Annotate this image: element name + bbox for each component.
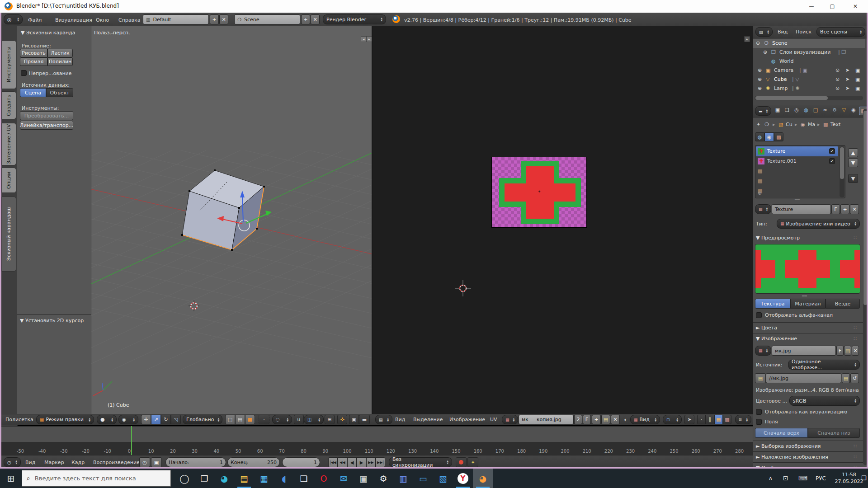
panel-drag-dots-icon[interactable]: ∷ <box>854 336 857 342</box>
shelf-tab-options[interactable]: Опции <box>1 168 16 193</box>
properties-type-selector[interactable]: ▬ <box>755 106 771 116</box>
timeline-menu-playback[interactable]: Воспроизведение <box>93 460 140 465</box>
outliner-row-scene[interactable]: ⊖ ❍ Scene <box>753 39 865 48</box>
layout-delete-button[interactable]: ✕ <box>219 14 228 24</box>
shelf-tab-grease-pencil[interactable]: Эскизный карандаш <box>1 197 16 272</box>
list-resize-handle[interactable]: ══ <box>795 197 800 202</box>
image-fake-user-button[interactable]: F <box>836 346 844 356</box>
texture-slot-row[interactable]: ✚ Texture.001 ✓ <box>756 156 838 166</box>
store-icon[interactable]: ▦ <box>254 469 274 488</box>
preview-material-button[interactable]: Материал <box>790 299 826 309</box>
occlude-wire-button[interactable]: □ <box>225 415 235 424</box>
outliner-menu-view[interactable]: Вид <box>778 29 788 35</box>
language-indicator[interactable]: РУС <box>816 475 826 482</box>
uv-select-vertex-button[interactable]: · <box>697 415 706 424</box>
uv-menu-select[interactable]: Выделение <box>413 417 443 422</box>
upper-first-button[interactable]: Сначала верх <box>755 428 808 438</box>
timeline-menu-view[interactable]: Вид <box>25 460 35 465</box>
modifiers-tab-icon[interactable]: ⚙ <box>830 107 839 113</box>
texture-datablock-selector[interactable]: ▩ <box>755 204 771 214</box>
opengl-animation-button[interactable]: ▬ <box>359 415 370 424</box>
panel-drag-dots-icon[interactable]: ∷ <box>854 235 857 241</box>
outliner-item-label[interactable]: World <box>779 58 794 64</box>
uv-select-face-button[interactable]: ▦ <box>714 415 723 424</box>
sync-mode-selector[interactable]: Без синхронизации <box>389 457 452 467</box>
world-texture-context-button[interactable]: ◍ <box>755 132 764 141</box>
set-2d-cursor-panel-header[interactable]: ▼ Установить 2D-курсор <box>20 318 84 324</box>
manipulator-axis-button[interactable]: ✛ <box>141 415 151 424</box>
sampling-panel-header[interactable]: ► Выборка изображения <box>756 443 821 449</box>
outliner-row-camera[interactable]: ⊕ ▣ Camera | ▣ ⊙ ➤ ▣ <box>753 66 865 75</box>
proportional-edit-selector[interactable]: ◌ <box>272 415 292 424</box>
edge-icon[interactable]: ◕ <box>214 469 234 488</box>
manipulator-translate-button[interactable]: ↗ <box>151 415 161 424</box>
prev-keyframe-button[interactable]: ◀◀ <box>338 457 347 467</box>
clock[interactable]: 11:58 27.05.2022 <box>834 471 864 485</box>
lower-first-button[interactable]: Сначала низ <box>808 428 860 438</box>
uv-display-mode-selector[interactable]: ▦Вид <box>630 415 660 424</box>
draw-button[interactable]: Рисовать <box>20 49 47 57</box>
colors-panel-header[interactable]: ► Цвета <box>756 325 777 331</box>
opera-icon[interactable]: O <box>314 469 334 488</box>
texture-enabled-checkbox[interactable]: ✓ <box>829 148 835 154</box>
tray-keyboard-icon[interactable]: ⌨ <box>798 474 807 482</box>
panel-drag-dots-icon[interactable]: ∷ <box>854 443 857 449</box>
image-unlink-button[interactable]: ✕ <box>852 346 859 356</box>
preview-resize-handle[interactable]: ══ <box>802 294 807 298</box>
render-tab-icon[interactable]: ▣ <box>774 107 782 113</box>
menu-window[interactable]: Окно <box>96 17 109 23</box>
pivot-center-selector[interactable]: ◉ <box>118 415 138 424</box>
texture-unlink-button[interactable]: ✕ <box>850 204 859 214</box>
uv-image-unlink-button[interactable]: ✕ <box>611 415 620 424</box>
pin-icon[interactable]: ✦ <box>756 122 760 127</box>
outliner-hscrollbar[interactable] <box>755 96 863 100</box>
manipulator-scale-button[interactable]: ◹ <box>171 415 181 424</box>
photos-app-icon[interactable]: ▣ <box>354 469 373 488</box>
straight-line-button[interactable]: Прямая <box>20 57 47 66</box>
mapping-panel-header[interactable]: ► Наложение изображения <box>756 454 828 460</box>
record-button[interactable] <box>456 457 467 467</box>
image-name-field[interactable]: мк.jpg <box>772 346 836 356</box>
this-pc-icon[interactable]: ▭ <box>413 469 433 488</box>
start-button[interactable]: ⊞ <box>0 469 22 488</box>
continuous-checkbox[interactable] <box>21 70 27 76</box>
uv-select-island-button[interactable]: ▩ <box>723 415 731 424</box>
image-panel-header[interactable]: ▼ Изображение <box>756 336 797 342</box>
close-button[interactable]: ✕ <box>843 0 868 12</box>
panel-drag-dots-icon[interactable]: ∷ <box>854 325 857 331</box>
scene-delete-button[interactable]: ✕ <box>311 14 320 24</box>
convert-button[interactable]: Преобразовать... <box>20 111 73 120</box>
outliner-row-world[interactable]: ◍ World <box>753 57 865 66</box>
expand-icon[interactable]: ⊕ <box>758 67 762 73</box>
selectability-cursor-icon[interactable]: ➤ <box>845 76 849 82</box>
panel-drag-dots-icon[interactable]: ∷ <box>854 454 857 460</box>
texture-enabled-checkbox[interactable]: ✓ <box>829 158 835 164</box>
outliner-row-render-layers[interactable]: ⊕ ❐ Слои визуализации | ❐ <box>753 48 865 57</box>
visibility-eye-icon[interactable]: ⊙ <box>835 67 840 73</box>
snap-toggle-button[interactable]: ∪ <box>294 415 304 424</box>
uv-image-open-button[interactable]: ▤ <box>601 415 610 424</box>
mail-icon[interactable]: ✉ <box>334 469 354 488</box>
renderability-camera-icon[interactable]: ▣ <box>855 85 860 91</box>
outliner-item-label[interactable]: Cube <box>774 76 787 82</box>
transform-orientation-selector[interactable]: Глобально <box>183 415 222 424</box>
uv-image-datablock-selector[interactable]: ▦ <box>502 415 518 424</box>
outliner-row-cube[interactable]: ⊕ ▽ Cube | ▽ ⊙ ➤ ▣ <box>753 75 865 84</box>
settings-icon[interactable]: ⚙ <box>373 469 393 488</box>
outliner-item-label[interactable]: Scene <box>772 40 788 46</box>
yandex-browser-icon[interactable]: Y <box>453 469 473 488</box>
fake-user-button[interactable]: F <box>831 204 840 214</box>
mesh-menu[interactable]: Полисетка <box>5 417 33 422</box>
outliner-menu-search[interactable]: Поиск <box>796 29 811 35</box>
visibility-eye-icon[interactable]: ⊙ <box>835 76 840 82</box>
colorspace-selector[interactable]: sRGB <box>789 396 860 406</box>
uv-collapse-icon[interactable]: ▸ <box>744 36 750 42</box>
uv-sticky-selection-selector[interactable]: ⊡ <box>735 415 751 424</box>
menu-render[interactable]: Визуализация <box>55 17 92 23</box>
timeline-menu-marker[interactable]: Маркер <box>44 460 64 465</box>
lock-time-button[interactable]: ▣ <box>151 457 162 467</box>
path-browse-button[interactable]: ▤ <box>842 373 850 383</box>
visibility-eye-icon[interactable]: ⊙ <box>835 85 840 91</box>
opengl-render-button[interactable]: ▣ <box>349 415 359 424</box>
viewport-shading-selector[interactable]: ● <box>97 415 117 424</box>
